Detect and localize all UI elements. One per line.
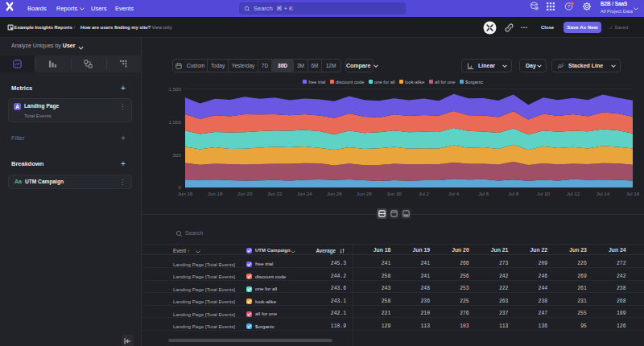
svg-text:Jun 18: Jun 18 [208,191,223,196]
svg-text:Jun 26: Jun 26 [327,191,342,196]
svg-text:Jul 16: Jul 16 [626,191,640,196]
svg-text:Jun 20: Jun 20 [237,191,253,196]
svg-text:Jun 30: Jun 30 [386,191,402,196]
svg-text:Jun 24: Jun 24 [297,191,312,196]
svg-text:Jul 8: Jul 8 [508,191,519,196]
svg-text:Jun 16: Jun 16 [178,191,193,196]
svg-text:Jul 4: Jul 4 [448,191,460,196]
svg-text:0: 0 [179,184,182,190]
svg-text:Jul 12: Jul 12 [567,191,580,196]
svg-text:Jun 28: Jun 28 [357,191,372,196]
svg-text:Jul 2: Jul 2 [419,191,430,196]
svg-text:?: ? [568,4,570,9]
svg-text:500: 500 [173,152,182,158]
svg-text:Jul 14: Jul 14 [597,191,610,196]
svg-text:Jul 10: Jul 10 [537,191,551,196]
svg-text:1,500: 1,500 [169,86,182,92]
svg-text:Jul 6: Jul 6 [478,191,489,196]
svg-text:1,000: 1,000 [169,119,182,125]
svg-text:Jun 22: Jun 22 [267,191,283,196]
